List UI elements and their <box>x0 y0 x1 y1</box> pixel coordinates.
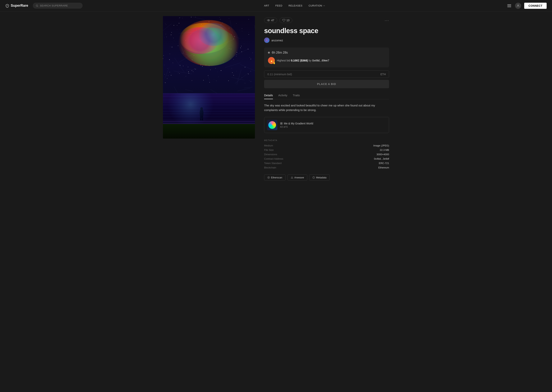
artist-row: anzomez <box>264 37 389 43</box>
contract-label: Contract Address <box>264 157 327 160</box>
svg-rect-8 <box>282 123 283 124</box>
artist-name[interactable]: anzomez <box>271 39 283 42</box>
header-right: CONNECT <box>507 3 547 9</box>
etherscan-icon <box>267 176 270 179</box>
medium-label: Medium <box>264 144 327 147</box>
artwork-title: soundless space <box>264 27 389 35</box>
token-value: ERC-721 <box>327 162 389 165</box>
arweave-icon <box>291 176 293 179</box>
collection-card[interactable]: Me & My Gradient World #2 of 5 <box>264 117 389 133</box>
collection-thumbnail <box>267 120 277 130</box>
eth-label: ETH <box>380 73 386 76</box>
artist-avatar-icon <box>265 39 268 42</box>
nav-links: ART FEED RELEASES CURATION <box>264 4 325 7</box>
collection-number: #2 of 5 <box>280 125 386 128</box>
svg-rect-7 <box>280 123 281 124</box>
heart-icon <box>282 19 285 22</box>
tab-traits[interactable]: Traits <box>293 94 300 99</box>
medium-value: Image (JPEG) <box>327 144 389 147</box>
token-label: Token Standard <box>264 162 327 165</box>
search-icon <box>36 4 38 7</box>
svg-point-3 <box>268 20 269 21</box>
etherscan-button[interactable]: Etherscan <box>264 174 286 181</box>
bid-input-row[interactable]: ETH <box>264 70 389 78</box>
svg-point-1 <box>518 5 519 6</box>
details-panel: 47 13 ··· soundless space anz <box>255 16 389 181</box>
stats-row: 47 13 <box>264 18 292 23</box>
nav-feed[interactable]: FEED <box>276 4 283 7</box>
views-badge: 47 <box>264 18 277 23</box>
more-options-button[interactable]: ··· <box>385 18 389 23</box>
nav-releases[interactable]: RELEASES <box>289 4 302 7</box>
eye-icon <box>267 19 270 22</box>
svg-rect-5 <box>280 122 281 123</box>
dimensions-label: Dimensions <box>264 153 327 156</box>
artwork-image <box>163 16 255 139</box>
auction-box: 6h 26m 28s 🔥 🤚 Highest bid 0.100Ξ ($368)… <box>264 48 389 67</box>
top-row: 47 13 ··· <box>264 18 389 23</box>
svg-point-4 <box>266 39 267 40</box>
bidder-avatar: 🔥 🤚 <box>268 57 275 64</box>
arweave-button[interactable]: Arweave <box>288 174 307 181</box>
avatar <box>264 37 269 43</box>
place-bid-button[interactable]: PLACE A BID <box>264 80 389 88</box>
chevron-down-icon <box>323 5 325 7</box>
metadata-button[interactable]: Metadata <box>309 174 330 181</box>
bid-row: 🔥 🤚 Highest bid 0.100Ξ ($368) by 0x49d..… <box>268 57 385 64</box>
metadata-section-header: METADATA <box>264 139 389 141</box>
description-text: The sky was excited and looked beautiful… <box>264 103 389 112</box>
filesize-label: File Size <box>264 148 327 151</box>
metadata-grid: Medium Image (JPEG) File Size 22.3 MB Di… <box>264 144 389 169</box>
tab-activity[interactable]: Activity <box>278 94 288 99</box>
nav-curation[interactable]: CURATION <box>309 4 325 7</box>
auction-timer: 6h 26m 28s <box>268 51 385 54</box>
search-bar[interactable] <box>33 3 83 9</box>
connect-button[interactable]: CONNECT <box>524 3 547 9</box>
timer-text: 6h 26m 28s <box>272 51 288 54</box>
filesize-value: 22.3 MB <box>327 148 389 151</box>
search-input[interactable] <box>40 4 80 7</box>
external-links: Etherscan Arweave Metadata <box>264 174 389 181</box>
nav-art[interactable]: ART <box>264 4 269 7</box>
collection-icon-label: Me & My Gradient World <box>280 122 386 125</box>
profile-button[interactable] <box>515 3 521 9</box>
artwork-canvas <box>163 16 255 139</box>
likes-badge[interactable]: 13 <box>279 18 292 23</box>
bid-text: Highest bid 0.100Ξ ($368) by 0x49d...69e… <box>277 59 329 62</box>
user-icon <box>516 4 520 7</box>
artwork-panel <box>163 16 255 181</box>
timer-dot <box>268 52 270 54</box>
svg-point-2 <box>267 20 270 21</box>
collection-icon <box>280 122 283 125</box>
logo-icon <box>5 4 9 8</box>
logo[interactable]: SuperRare <box>5 4 28 8</box>
header: SuperRare ART FEED RELEASES CURATION <box>0 0 552 12</box>
dimensions-value: 3000×4000 <box>327 153 389 156</box>
main-content: 47 13 ··· soundless space anz <box>152 12 400 185</box>
collection-name: Me & My Gradient World <box>284 122 313 125</box>
hamburger-button[interactable] <box>507 4 512 8</box>
blockchain-value: Ethereum <box>327 166 389 169</box>
contract-value: 0x4bd...3e9df <box>327 157 389 160</box>
metadata-icon <box>312 176 315 179</box>
tab-details[interactable]: Details <box>264 94 273 99</box>
bid-input[interactable] <box>267 73 380 76</box>
blockchain-label: Blockchain <box>264 166 327 169</box>
svg-marker-10 <box>291 177 293 178</box>
tabs-row: Details Activity Traits <box>264 94 389 99</box>
header-left: SuperRare <box>5 3 83 9</box>
collection-info: Me & My Gradient World #2 of 5 <box>280 122 386 128</box>
svg-rect-6 <box>282 122 283 123</box>
